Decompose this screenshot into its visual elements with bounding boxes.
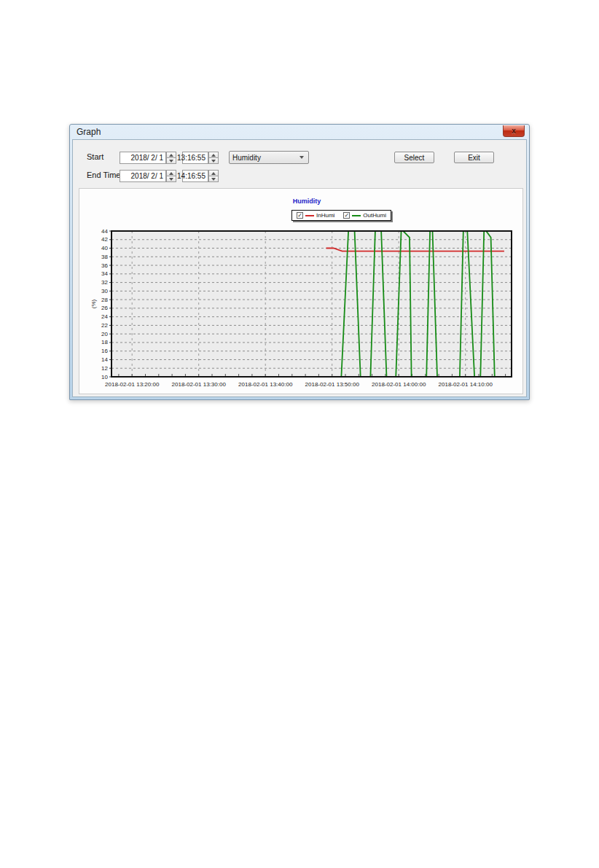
svg-text:30: 30 xyxy=(101,288,108,294)
svg-text:2018-02-01 13:20:00: 2018-02-01 13:20:00 xyxy=(105,381,160,388)
svg-text:10: 10 xyxy=(101,374,108,380)
start-label: Start xyxy=(87,152,103,161)
start-date-spinner xyxy=(166,152,176,164)
start-time-field[interactable]: 13:16:55 xyxy=(182,152,208,164)
select-button[interactable]: Select xyxy=(394,152,434,163)
svg-text:22: 22 xyxy=(101,322,108,329)
end-time-field[interactable]: 14:16:55 xyxy=(182,170,208,182)
arrow-down-icon xyxy=(211,178,216,181)
arrow-down-icon xyxy=(169,178,173,181)
exit-button[interactable]: Exit xyxy=(454,152,494,163)
start-time-spinner xyxy=(208,152,219,164)
svg-text:12: 12 xyxy=(101,365,108,372)
end-date-spin-down[interactable] xyxy=(166,176,176,182)
arrow-up-icon xyxy=(211,154,216,157)
close-button[interactable]: x xyxy=(503,125,525,137)
start-date-field[interactable]: 2018/ 2/ 1 xyxy=(120,152,166,164)
chart-panel: Humidity ✓InHumi✓OutHumi 2018-02-01 13:2… xyxy=(79,188,523,394)
measure-dropdown[interactable]: Humidity xyxy=(229,151,309,164)
end-time-label: End Time: xyxy=(87,171,123,179)
arrow-down-icon xyxy=(169,160,173,163)
svg-text:20: 20 xyxy=(101,331,108,337)
svg-text:32: 32 xyxy=(101,279,108,286)
svg-text:40: 40 xyxy=(101,245,108,251)
end-date-spin-up[interactable] xyxy=(166,170,176,176)
svg-text:(%): (%) xyxy=(90,299,97,308)
end-date-value: 2018/ 2/ 1 xyxy=(131,172,163,180)
svg-text:16: 16 xyxy=(101,348,108,354)
page: { "window": { "title": "Graph", "close_g… xyxy=(0,0,599,868)
svg-text:36: 36 xyxy=(101,262,108,269)
svg-text:2018-02-01 13:30:00: 2018-02-01 13:30:00 xyxy=(172,381,227,388)
svg-text:34: 34 xyxy=(101,270,108,277)
svg-text:18: 18 xyxy=(101,339,108,345)
end-time-spinner xyxy=(208,170,219,182)
start-date-spin-down[interactable] xyxy=(166,158,176,164)
svg-text:2018-02-01 13:40:00: 2018-02-01 13:40:00 xyxy=(238,381,293,388)
svg-text:24: 24 xyxy=(101,313,108,320)
measure-dropdown-value: Humidity xyxy=(232,154,261,162)
end-time-value: 14:16:55 xyxy=(177,172,205,180)
svg-text:44: 44 xyxy=(101,228,108,235)
chart-svg: 2018-02-01 13:20:002018-02-01 13:30:0020… xyxy=(79,189,522,394)
close-icon: x xyxy=(512,128,516,135)
arrow-up-icon xyxy=(169,154,173,157)
graph-window: Graph x Start 2018/ 2/ 1 13:16:55 Humidi… xyxy=(69,124,530,400)
end-date-field[interactable]: 2018/ 2/ 1 xyxy=(120,170,166,182)
client-area: Start 2018/ 2/ 1 13:16:55 Humidity Selec… xyxy=(72,139,527,397)
start-time-value: 13:16:55 xyxy=(177,154,205,162)
svg-text:14: 14 xyxy=(101,356,108,363)
end-time-spin-up[interactable] xyxy=(208,170,219,176)
chevron-down-icon xyxy=(300,156,304,159)
start-date-spin-up[interactable] xyxy=(166,152,176,158)
svg-text:38: 38 xyxy=(101,254,108,260)
window-title: Graph xyxy=(77,127,101,137)
titlebar[interactable]: Graph x xyxy=(70,125,529,139)
end-time-spin-down[interactable] xyxy=(208,176,219,182)
start-date-value: 2018/ 2/ 1 xyxy=(131,154,163,162)
end-date-spinner xyxy=(166,170,176,182)
svg-text:42: 42 xyxy=(101,236,108,243)
arrow-up-icon xyxy=(169,172,173,175)
svg-text:26: 26 xyxy=(101,305,108,311)
svg-text:28: 28 xyxy=(101,297,108,303)
arrow-down-icon xyxy=(211,160,216,163)
svg-text:2018-02-01 14:00:00: 2018-02-01 14:00:00 xyxy=(372,381,426,388)
arrow-up-icon xyxy=(211,172,216,175)
start-time-spin-up[interactable] xyxy=(208,152,219,158)
start-time-spin-down[interactable] xyxy=(208,158,219,164)
svg-text:2018-02-01 14:10:00: 2018-02-01 14:10:00 xyxy=(439,381,493,388)
svg-text:2018-02-01 13:50:00: 2018-02-01 13:50:00 xyxy=(305,381,360,388)
